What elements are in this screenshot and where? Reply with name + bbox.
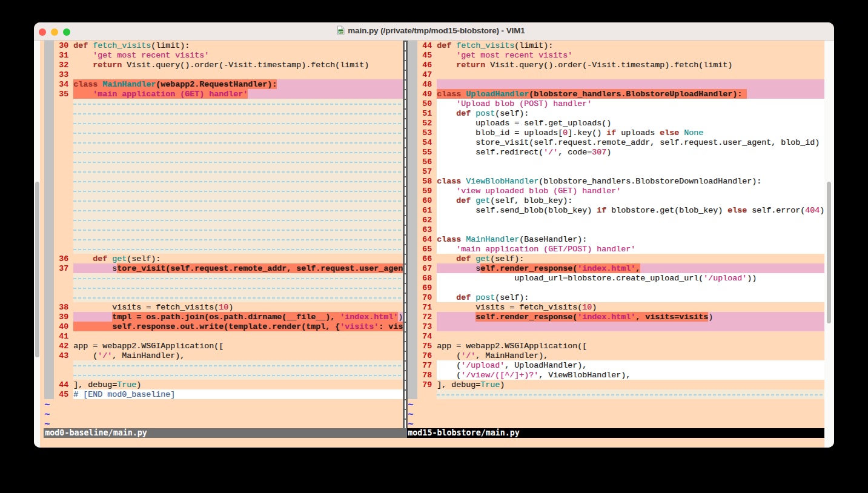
svg-text:py: py bbox=[339, 30, 343, 33]
